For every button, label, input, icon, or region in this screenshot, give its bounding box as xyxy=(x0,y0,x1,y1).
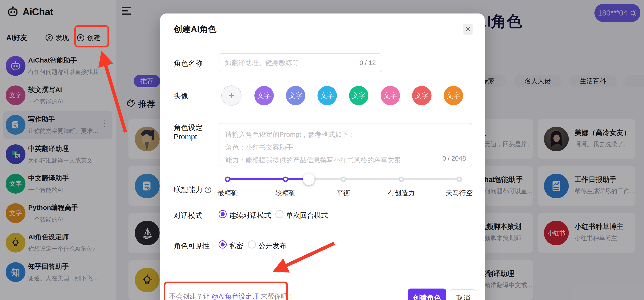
role-name-input[interactable]: 如翻译助理、健身教练等 0 / 12 xyxy=(218,53,382,72)
avatar-field-label: 头像 xyxy=(174,91,188,101)
cancel-button[interactable]: 取消 xyxy=(450,290,476,300)
name-field-label: 角色名称 xyxy=(174,58,202,68)
visibility-label: 角色可见性 xyxy=(174,241,210,251)
avatar-preset-orange[interactable]: 文字 xyxy=(444,86,463,105)
slider-label-creative: 有创造力 xyxy=(376,188,426,198)
annotation-box-create-button xyxy=(74,25,109,47)
creativity-slider-fill xyxy=(228,178,309,180)
radio-single-turn-mode[interactable] xyxy=(275,210,284,218)
radio-public[interactable] xyxy=(248,240,256,249)
radio-private[interactable] xyxy=(218,240,227,249)
slider-label-more-precise: 较精确 xyxy=(261,188,310,198)
slider-stop-5[interactable] xyxy=(456,176,462,182)
avatar-preset-periwinkle[interactable]: 文字 xyxy=(286,86,305,105)
name-placeholder: 如翻译助理、健身教练等 xyxy=(225,58,299,67)
continuous-mode-label[interactable]: 连续对话模式 xyxy=(229,211,271,220)
slider-label-balanced: 平衡 xyxy=(318,188,368,198)
private-label[interactable]: 私密 xyxy=(229,241,243,251)
public-label[interactable]: 公开发布 xyxy=(258,241,286,251)
avatar-preset-red[interactable]: 文字 xyxy=(412,86,432,105)
slider-stop-1[interactable] xyxy=(225,176,230,182)
slider-stop-3[interactable] xyxy=(341,176,346,182)
create-role-modal: 创建AI角色 ✕ 角色名称 如翻译助理、健身教练等 0 / 12 头像 + 文字… xyxy=(160,13,485,300)
avatar-preset-green[interactable]: 文字 xyxy=(349,86,368,105)
chat-mode-label: 对话模式 xyxy=(174,211,202,221)
prompt-field-label-line2: Prompt xyxy=(174,133,197,141)
modal-title: 创建AI角色 xyxy=(174,23,216,35)
name-char-counter: 0 / 12 xyxy=(360,59,376,67)
role-prompt-textarea[interactable]: 请输入角色设定的Prompt，参考格式如下： 角色：小红书文案助手 能力：能根据… xyxy=(218,123,472,166)
slider-stop-4[interactable] xyxy=(398,176,404,182)
single-turn-mode-label[interactable]: 单次回合模式 xyxy=(286,211,328,220)
slider-stop-2[interactable] xyxy=(283,176,288,182)
app-root: AiChat AI好友 发现 创建 xyxy=(0,0,644,300)
create-role-button[interactable]: 创建角色 xyxy=(408,289,446,300)
upload-avatar-button[interactable]: + xyxy=(221,85,242,106)
annotation-box-helper-hint xyxy=(164,282,288,300)
prompt-placeholder: 请输入角色设定的Prompt，参考格式如下： 角色：小红书文案助手 能力：能根据… xyxy=(225,128,460,166)
radio-continuous-mode[interactable] xyxy=(218,210,227,218)
avatar-preset-pink[interactable]: 文字 xyxy=(380,86,400,105)
prompt-field-label-line1: 角色设定 xyxy=(174,123,202,133)
close-icon[interactable]: ✕ xyxy=(462,24,474,35)
slider-label-most-precise: 最精确 xyxy=(203,188,252,198)
slider-label-wild: 天马行空 xyxy=(434,188,484,198)
avatar-preset-cyan[interactable]: 文字 xyxy=(318,86,337,105)
modal-footer-divider xyxy=(160,281,485,281)
creativity-slider-handle[interactable] xyxy=(303,173,314,185)
avatar-preset-purple[interactable]: 文字 xyxy=(254,86,274,105)
prompt-char-counter: 0 / 2048 xyxy=(442,155,466,162)
